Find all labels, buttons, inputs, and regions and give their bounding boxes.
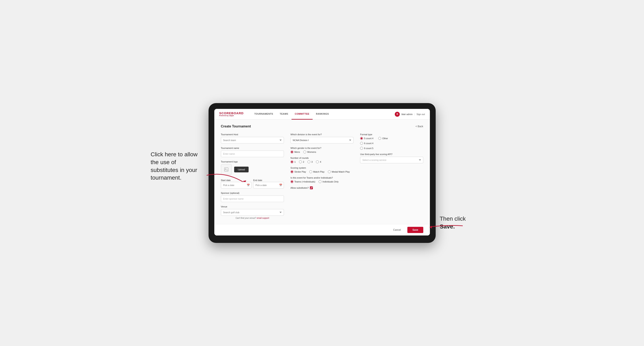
venue-label: Venue (221, 205, 284, 208)
tournament-host-input[interactable] (221, 137, 284, 144)
form-section-middle: Which division is the event for? NCAA Di… (290, 133, 354, 219)
gender-label: Which gender is the event for? (290, 147, 354, 149)
logo-area: SCOREBOARD Powered by clippd (219, 112, 244, 117)
tournament-host-label: Tournament Host (221, 133, 284, 136)
sponsor-label: Sponsor (optional) (221, 192, 284, 194)
scoring-api-label: Use third-party live scoring API? (360, 153, 423, 156)
calendar-end-icon: 📅 (279, 184, 282, 187)
teams-group: Is this event for Teams and/or Individua… (290, 176, 354, 183)
back-link[interactable]: < Back (416, 125, 423, 128)
nav-teams[interactable]: TEAMS (276, 109, 292, 120)
rounds-3[interactable]: 3 (308, 161, 312, 163)
logo-placeholder (221, 164, 232, 175)
upload-button[interactable]: Upload (234, 167, 249, 173)
calendar-icon: 📅 (247, 184, 250, 187)
teams-radio-group: Teams (+Individuals) Individuals Only (290, 180, 354, 183)
svg-point-3 (225, 169, 226, 169)
svg-rect-2 (224, 168, 228, 171)
annotation-right: Then click Save. (440, 215, 481, 230)
division-label: Which division is the event for? (290, 133, 354, 136)
tournament-name-label: Tournament name (221, 147, 284, 149)
teams-individuals[interactable]: Individuals Only (318, 180, 338, 183)
teams-both[interactable]: Teams (+Individuals) (290, 180, 315, 183)
sponsor-group: Sponsor (optional) (221, 192, 284, 202)
logo-powered: Powered by clippd (219, 115, 244, 117)
rounds-radio-group: 1 2 3 (290, 161, 354, 163)
gender-mens[interactable]: Mens (290, 151, 300, 154)
scoring-medal[interactable]: Medal Match Play (328, 170, 350, 173)
nav-links: TOURNAMENTS TEAMS COMMITTEE RANKINGS (251, 109, 395, 120)
form-footer: Cancel Save (214, 224, 430, 235)
tournament-name-input[interactable] (221, 151, 284, 157)
rounds-2[interactable]: 2 (299, 161, 304, 163)
venue-helper: Can't find your venue? email support (221, 217, 284, 219)
start-date-group: Start date 📅 (221, 178, 252, 188)
substitutes-label: Allow substitutes? (290, 187, 309, 189)
sponsor-input[interactable] (221, 195, 284, 202)
scoring-system-label: Scoring system (290, 167, 354, 169)
nav-tournaments[interactable]: TOURNAMENTS (251, 109, 276, 120)
division-select[interactable]: NCAA Division I (290, 137, 354, 144)
substitutes-checkbox[interactable] (310, 186, 313, 189)
nav-committee[interactable]: COMMITTEE (292, 109, 313, 120)
cancel-button[interactable]: Cancel (389, 227, 405, 233)
tablet-screen: SCOREBOARD Powered by clippd TOURNAMENTS… (214, 109, 430, 235)
venue-input[interactable] (221, 209, 284, 216)
tournament-logo-group: Tournament logo Upload (221, 161, 284, 175)
substitutes-checkbox-item[interactable]: Allow substitutes? (290, 186, 354, 189)
end-date-group: End date 📅 (253, 178, 284, 188)
rounds-group: Number of rounds 1 2 (290, 157, 354, 163)
nav-rankings[interactable]: RANKINGS (312, 109, 332, 120)
tournament-name-group: Tournament name (221, 147, 284, 157)
form-grid: Tournament Host Tournament name Tourname… (221, 133, 423, 219)
user-name: blair admin (402, 113, 412, 116)
logo-upload-area: Upload (221, 164, 284, 175)
tablet-frame: SCOREBOARD Powered by clippd TOURNAMENTS… (208, 103, 436, 243)
dates-group: Start date 📅 End date (221, 178, 284, 188)
scoring-radio-group: Stroke Play Match Play Medal Match Play (290, 170, 354, 173)
form-section-right: Format type 5 count 4 Other (360, 133, 423, 219)
format-6count4[interactable]: 6 count 4 (360, 142, 423, 145)
format-5count4[interactable]: 5 count 4 (360, 137, 373, 140)
page-header: Create Tournament < Back (221, 125, 423, 128)
scoring-api-select[interactable]: Select a scoring service (360, 157, 423, 163)
tournament-logo-label: Tournament logo (221, 161, 284, 163)
start-date-label: Start date (221, 179, 231, 181)
rounds-label: Number of rounds (290, 157, 354, 159)
teams-label: Is this event for Teams and/or Individua… (290, 176, 354, 179)
gender-womens[interactable]: Womens (303, 151, 316, 154)
end-date-label: End date (253, 179, 262, 181)
scoring-system-group: Scoring system Stroke Play Match Play (290, 167, 354, 173)
gender-radio-group: Mens Womens (290, 151, 354, 154)
division-group: Which division is the event for? NCAA Di… (290, 133, 354, 144)
scoring-match[interactable]: Match Play (309, 170, 324, 173)
format-6count5[interactable]: 6 count 5 (360, 147, 423, 150)
format-options: 5 count 4 Other 6 count 4 (360, 137, 423, 150)
start-date-wrapper: 📅 (221, 182, 252, 188)
date-row: Start date 📅 End date (221, 178, 284, 188)
logo-scoreboard: SCOREBOARD (219, 112, 244, 115)
scoring-api-group: Use third-party live scoring API? Select… (360, 153, 423, 163)
nav-right: B blair admin | Sign out (395, 112, 425, 117)
user-avatar: B (395, 112, 400, 117)
rounds-4[interactable]: 4 (316, 161, 321, 163)
format-type-group: Format type 5 count 4 Other (360, 133, 423, 150)
rounds-1[interactable]: 1 (290, 161, 296, 163)
form-section-left: Tournament Host Tournament name Tourname… (221, 133, 284, 219)
save-button[interactable]: Save (408, 227, 423, 233)
substitutes-group: Allow substitutes? (290, 186, 354, 189)
end-date-wrapper: 📅 (253, 182, 284, 188)
gender-group: Which gender is the event for? Mens Wome… (290, 147, 354, 154)
scoring-stroke[interactable]: Stroke Play (290, 170, 306, 173)
format-other[interactable]: Other (378, 137, 388, 140)
format-type-label: Format type (360, 133, 423, 136)
tournament-host-group: Tournament Host (221, 133, 284, 144)
email-support-link[interactable]: email support (257, 217, 269, 219)
sign-out-link[interactable]: Sign out (416, 113, 425, 116)
page-title: Create Tournament (221, 125, 251, 128)
navbar: SCOREBOARD Powered by clippd TOURNAMENTS… (214, 109, 430, 120)
page-content: Create Tournament < Back Tournament Host (214, 120, 430, 224)
annotation-left: Click here to allow the use of substitut… (151, 151, 204, 182)
venue-group: Venue Can't find your venue? email suppo… (221, 205, 284, 219)
